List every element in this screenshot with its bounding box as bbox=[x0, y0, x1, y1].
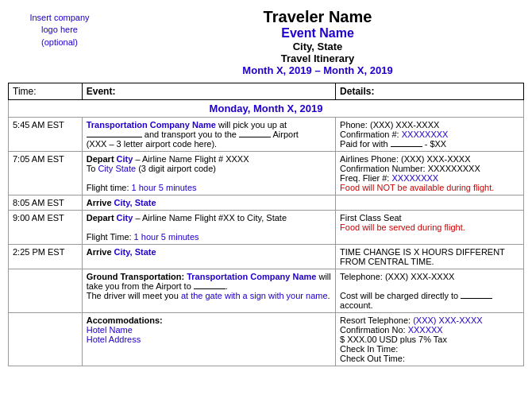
time-900: 9:00 AM EST bbox=[9, 211, 83, 245]
arrive-label-1: Arrive City, State bbox=[87, 198, 156, 207]
detail-705: Airlines Phone: (XXX) XXX-XXXX Confirmat… bbox=[336, 152, 524, 195]
freq-flier: XXXXXXXX bbox=[391, 173, 438, 183]
detail-225: TIME CHANGE IS X HOURS DIFFERENT FROM CE… bbox=[336, 245, 524, 269]
arrive-label-2: Arrive City, State bbox=[87, 247, 156, 257]
table-row: 5:45 AM EST Transportation Company Name … bbox=[9, 118, 524, 152]
flight-time-2: 1 hour 5 minutes bbox=[134, 232, 199, 242]
event-accom: Accommodations: Hotel Name Hotel Address bbox=[82, 313, 335, 366]
flight-time-1: 1 hour 5 minutes bbox=[132, 183, 197, 192]
arrive-city-2: City, State bbox=[114, 247, 156, 257]
time-545: 5:45 AM EST bbox=[9, 118, 83, 152]
time-705: 7:05 AM EST bbox=[9, 152, 83, 195]
detail-805 bbox=[336, 195, 524, 211]
hotel-address: Hotel Address bbox=[87, 335, 141, 344]
transport-company-name-2: Transportation Company Name bbox=[187, 272, 316, 281]
blank-paid bbox=[391, 146, 422, 147]
transport-company-name: Transportation Company Name bbox=[87, 120, 216, 130]
event-900-flight: Flight Time: 1 hour 5 minutes bbox=[87, 232, 199, 242]
table-row: Ground Transportation: Transportation Co… bbox=[9, 269, 524, 313]
event-900-airline: – Airline Name Flight #XX to City, State bbox=[135, 213, 287, 223]
table-row: 2:25 PM EST Arrive City, State TIME CHAN… bbox=[9, 245, 524, 269]
travel-label: Travel Itinerary bbox=[111, 52, 524, 64]
detail-900: First Class Seat Food will be served dur… bbox=[336, 211, 524, 245]
detail-ground: Telephone: (XXX) XXX-XXXX Cost will be c… bbox=[336, 269, 524, 313]
event-ground: Ground Transportation: Transportation Co… bbox=[82, 269, 335, 313]
blank-airport bbox=[239, 137, 271, 137]
accom-label: Accommodations: bbox=[87, 315, 163, 325]
city-depart: City bbox=[117, 154, 133, 164]
logo-line3: (optional) bbox=[41, 37, 78, 47]
detail-545: Phone: (XXX) XXX-XXXX Confirmation #: XX… bbox=[336, 118, 524, 152]
time-ground bbox=[9, 269, 83, 313]
event-545-text2: and transport you to the bbox=[145, 130, 239, 139]
table-row: 7:05 AM EST Depart City – Airline Name F… bbox=[9, 152, 524, 195]
day-header-row: Monday, Month X, 2019 bbox=[9, 100, 524, 118]
event-545: Transportation Company Name will pick yo… bbox=[82, 118, 335, 152]
arrive-city-1: City, State bbox=[114, 198, 156, 207]
city-to: City State bbox=[98, 164, 136, 173]
header: Insert company logo here (optional) Trav… bbox=[8, 8, 524, 76]
blank-ground-dest bbox=[194, 288, 226, 289]
event-545-text1: will pick you up at bbox=[218, 120, 287, 130]
page: Insert company logo here (optional) Trav… bbox=[0, 0, 532, 366]
day-header-cell: Monday, Month X, 2019 bbox=[9, 100, 524, 118]
conf-1: XXXXXXXX bbox=[402, 130, 449, 139]
logo-line1: Insert company bbox=[29, 13, 89, 22]
event-900: Depart City – Airline Name Flight #XX to… bbox=[82, 211, 335, 245]
logo-line2: logo here bbox=[41, 25, 78, 34]
food-warning-1: Food will NOT be available during flight… bbox=[340, 183, 494, 192]
itinerary-table: Time: Event: Details: Monday, Month X, 2… bbox=[8, 83, 524, 366]
city-state: City, State bbox=[111, 41, 524, 52]
logo-area: Insert company logo here (optional) bbox=[8, 8, 111, 48]
table-header-row: Time: Event: Details: bbox=[9, 83, 524, 100]
time-accom bbox=[9, 313, 83, 366]
event-705-airline: – Airline Name Flight # XXXX bbox=[135, 154, 249, 164]
resort-phone: (XXX) XXX-XXXX bbox=[413, 315, 482, 325]
event-805: Arrive City, State bbox=[82, 195, 335, 211]
event-545-text3: Airport bbox=[272, 130, 298, 139]
table-row: 9:00 AM EST Depart City – Airline Name F… bbox=[9, 211, 524, 245]
event-705-flight: Flight time: 1 hour 5 minutes bbox=[87, 183, 197, 192]
event-705: Depart City – Airline Name Flight # XXXX… bbox=[82, 152, 335, 195]
event-name: Event Name bbox=[111, 26, 524, 41]
dates: Month X, 2019 – Month X, 2019 bbox=[111, 64, 524, 76]
city-depart-2: City bbox=[117, 213, 133, 223]
event-225: Arrive City, State bbox=[82, 245, 335, 269]
col-event: Event: bbox=[82, 83, 335, 100]
table-row: Accommodations: Hotel Name Hotel Address… bbox=[9, 313, 524, 366]
blank-pickup bbox=[87, 137, 142, 137]
time-805: 8:05 AM EST bbox=[9, 195, 83, 211]
traveler-name: Traveler Name bbox=[111, 8, 524, 26]
table-row: 8:05 AM EST Arrive City, State bbox=[9, 195, 524, 211]
hotel-name: Hotel Name bbox=[87, 325, 133, 335]
detail-accom: Resort Telephone: (XXX) XXX-XXXX Confirm… bbox=[336, 313, 524, 366]
col-details: Details: bbox=[336, 83, 524, 100]
blank-account bbox=[461, 298, 492, 299]
col-time: Time: bbox=[9, 83, 83, 100]
gate-text: at the gate with a sign with your name bbox=[181, 291, 328, 300]
depart-label-2: Depart City bbox=[87, 213, 133, 223]
title-area: Traveler Name Event Name City, State Tra… bbox=[111, 8, 524, 76]
time-225: 2:25 PM EST bbox=[9, 245, 83, 269]
conf-hotel: XXXXXX bbox=[408, 325, 443, 335]
event-545-code: (XXX – 3 letter airport code here). bbox=[87, 139, 217, 149]
food-warning-2: Food will be served during flight. bbox=[340, 223, 465, 232]
ground-label: Ground Transportation: Transportation Co… bbox=[87, 272, 317, 281]
event-705-to: To City State (3 digit airport code) bbox=[87, 164, 216, 173]
depart-label: Depart City bbox=[87, 154, 133, 164]
